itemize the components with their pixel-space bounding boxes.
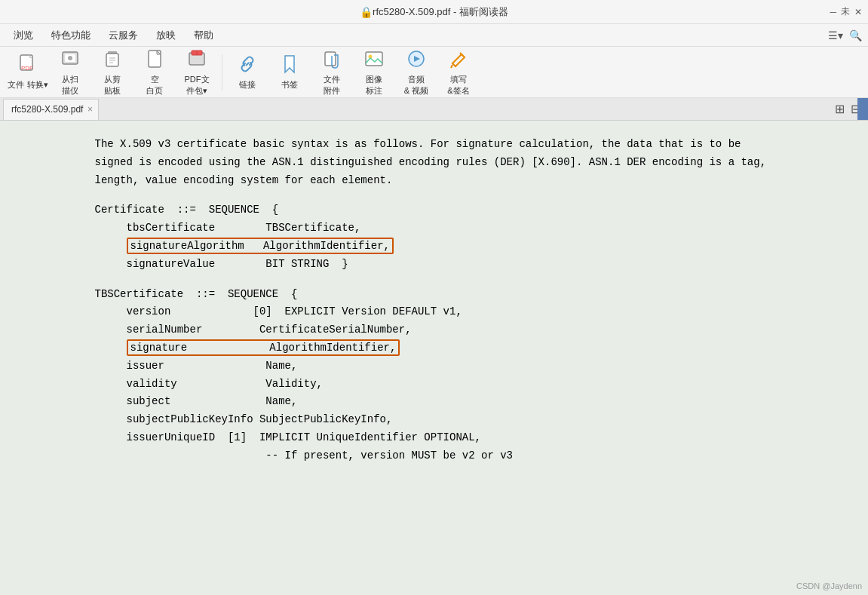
attachment-icon bbox=[321, 48, 342, 72]
toolbar-label-clipboard: 从剪贴板 bbox=[104, 74, 121, 96]
toolbar: PDF 文件 转换▾ 从扫描仪 从剪贴板 bbox=[0, 47, 868, 98]
svg-point-5 bbox=[68, 56, 72, 60]
fill-sign-icon bbox=[448, 48, 469, 72]
toolbar-btn-blank[interactable]: 空白页 bbox=[134, 50, 175, 95]
menu-browse[interactable]: 浏览 bbox=[6, 26, 41, 45]
toolbar-btn-attachment[interactable]: 文件附件 bbox=[311, 50, 352, 95]
menu-search-icon[interactable]: 🔍 bbox=[849, 29, 862, 41]
cert-line-1: tbsCertificate TBSCertificate, bbox=[95, 219, 774, 238]
clipboard-icon bbox=[102, 48, 123, 72]
svg-marker-17 bbox=[285, 56, 294, 72]
audio-video-icon bbox=[406, 48, 427, 72]
menu-cloud[interactable]: 云服务 bbox=[101, 26, 146, 45]
toolbar-btn-image[interactable]: 图像标注 bbox=[354, 50, 394, 95]
toolbar-label-image: 图像标注 bbox=[366, 74, 382, 96]
tab-label: rfc5280-X.509.pdf bbox=[11, 104, 83, 115]
certificate-block: Certificate ::= SEQUENCE { tbsCertificat… bbox=[95, 201, 774, 273]
toolbar-label-audio: 音频& 视频 bbox=[404, 74, 428, 96]
toolbar-btn-audio[interactable]: 音频& 视频 bbox=[396, 50, 437, 95]
app-icon: 🔒 bbox=[360, 6, 373, 18]
tbs-line-8: issuerUniqueID [1] IMPLICIT UniqueIdenti… bbox=[95, 429, 774, 447]
tbs-line-7: subjectPublicKeyInfo SubjectPublicKeyInf… bbox=[95, 411, 774, 429]
toolbar-label-package: PDF文件包▾ bbox=[185, 74, 210, 96]
toolbar-label-attachment: 文件附件 bbox=[324, 74, 340, 96]
svg-line-16 bbox=[246, 63, 249, 66]
toolbar-label-blank: 空白页 bbox=[146, 74, 163, 96]
maximize-button[interactable]: 未 bbox=[841, 5, 850, 18]
cert-line-2: signatureAlgorithm AlgorithmIdentifier, bbox=[95, 238, 774, 256]
toolbar-label-scan: 从扫描仪 bbox=[62, 74, 78, 96]
cert-header: Certificate ::= SEQUENCE { bbox=[95, 201, 774, 219]
blank-page-icon bbox=[144, 48, 165, 72]
menu-present[interactable]: 放映 bbox=[149, 26, 183, 45]
content-area: The X.509 v3 certificate basic syntax is… bbox=[0, 121, 868, 595]
title-bar: 🔒 rfc5280-X.509.pdf - 福昕阅读器 ─ 未 ✕ bbox=[0, 0, 868, 24]
pdf-tab[interactable]: rfc5280-X.509.pdf × bbox=[3, 99, 99, 120]
window-controls: ─ 未 ✕ bbox=[830, 5, 862, 18]
intro-paragraph: The X.509 v3 certificate basic syntax is… bbox=[95, 136, 774, 189]
link-icon bbox=[237, 54, 258, 78]
toolbar-btn-scan[interactable]: 从扫描仪 bbox=[50, 50, 90, 95]
toolbar-btn-package[interactable]: PDF文件包▾ bbox=[176, 50, 217, 95]
toolbar-btn-clipboard[interactable]: 从剪贴板 bbox=[92, 50, 133, 95]
sidebar-toggle[interactable] bbox=[857, 98, 868, 120]
tbs-line-3: signature AlgorithmIdentifier, bbox=[95, 339, 774, 357]
menu-help[interactable]: 帮助 bbox=[186, 26, 221, 45]
svg-rect-19 bbox=[366, 52, 382, 66]
cert-line-3: signatureValue BIT STRING } bbox=[95, 256, 774, 274]
tbs-line-2: serialNumber CertificateSerialNumber, bbox=[95, 321, 774, 339]
toolbar-label-fill-sign: 填写&签名 bbox=[447, 74, 469, 96]
title-text: rfc5280-X.509.pdf - 福昕阅读器 bbox=[373, 5, 508, 19]
tbs-line-6: subject Name, bbox=[95, 393, 774, 411]
tbs-line-9: -- If present, version MUST be v2 or v3 bbox=[95, 447, 774, 465]
pdf-content: The X.509 v3 certificate basic syntax is… bbox=[95, 136, 774, 465]
tbs-header: TBSCertificate ::= SEQUENCE { bbox=[95, 286, 774, 304]
toolbar-label-bookmark: 书签 bbox=[281, 79, 298, 90]
scan-icon bbox=[60, 48, 81, 72]
svg-text:PDF: PDF bbox=[21, 65, 33, 72]
toolbar-label-link: 链接 bbox=[239, 79, 256, 90]
tab-bar: rfc5280-X.509.pdf × ⊞ ⊟ bbox=[0, 98, 868, 121]
menu-bar: 浏览 特色功能 云服务 放映 帮助 ☰▾ 🔍 bbox=[0, 24, 868, 47]
menu-settings-icon[interactable]: ☰▾ bbox=[828, 29, 843, 41]
image-annotation-icon bbox=[363, 48, 385, 72]
minimize-button[interactable]: ─ bbox=[830, 7, 836, 17]
menu-bar-right: ☰▾ 🔍 bbox=[828, 29, 862, 41]
file-convert-icon: PDF bbox=[17, 54, 38, 78]
tbs-line-1: version [0] EXPLICIT Version DEFAULT v1, bbox=[95, 303, 774, 321]
watermark: CSDN @Jaydenn bbox=[796, 581, 862, 590]
toolbar-sep-1 bbox=[222, 54, 222, 90]
menu-features[interactable]: 特色功能 bbox=[44, 26, 98, 45]
toolbar-btn-bookmark[interactable]: 书签 bbox=[269, 50, 310, 95]
toolbar-btn-fill-sign[interactable]: 填写&签名 bbox=[438, 50, 479, 95]
tbs-certificate-block: TBSCertificate ::= SEQUENCE { version [0… bbox=[95, 286, 774, 465]
svg-rect-18 bbox=[325, 52, 336, 66]
tbs-line-4: issuer Name, bbox=[95, 357, 774, 376]
close-button[interactable]: ✕ bbox=[854, 7, 862, 17]
tbs-line-5: validity Validity, bbox=[95, 376, 774, 394]
toolbar-btn-link[interactable]: 链接 bbox=[227, 50, 268, 95]
split-view-icon[interactable]: ⊞ bbox=[833, 100, 846, 118]
svg-line-24 bbox=[451, 65, 452, 68]
toolbar-label-convert: 文件 转换▾ bbox=[8, 79, 48, 90]
toolbar-btn-convert[interactable]: PDF 文件 转换▾ bbox=[8, 50, 48, 95]
tab-close-button[interactable]: × bbox=[84, 104, 95, 115]
package-icon bbox=[186, 48, 207, 72]
bookmark-icon bbox=[279, 54, 300, 78]
